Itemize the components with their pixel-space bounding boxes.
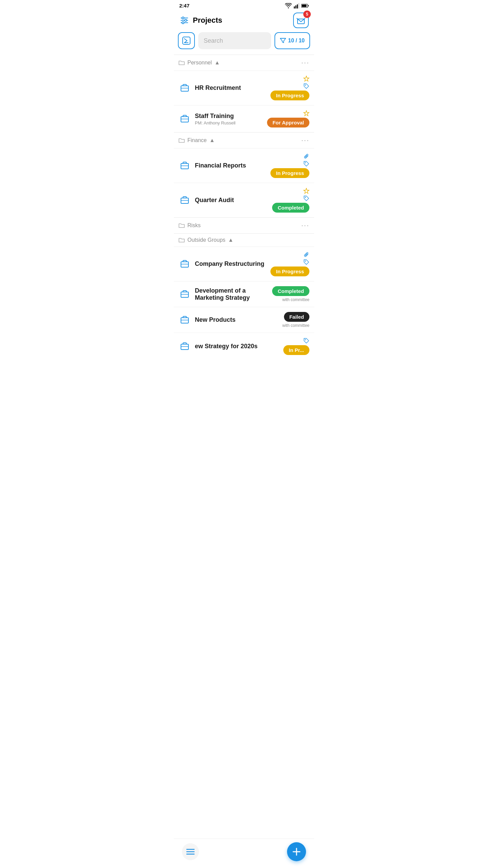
svg-point-12 bbox=[182, 22, 184, 24]
status-sub: with committee bbox=[282, 297, 309, 302]
star-icon bbox=[303, 76, 309, 82]
time: 2:47 bbox=[179, 3, 189, 8]
section-more-finance[interactable]: ··· bbox=[301, 136, 309, 145]
tag-icon bbox=[303, 338, 309, 344]
project-icon bbox=[179, 340, 191, 353]
svg-point-18 bbox=[305, 162, 306, 163]
status-bar: 2:47 bbox=[174, 0, 314, 10]
svg-rect-0 bbox=[294, 6, 295, 8]
svg-point-15 bbox=[305, 85, 306, 86]
svg-rect-19 bbox=[181, 198, 188, 203]
battery-icon bbox=[301, 4, 309, 8]
section-finance[interactable]: Finance ▲ ··· bbox=[174, 132, 314, 148]
status-badge: In Pr... bbox=[283, 345, 309, 355]
svg-rect-1 bbox=[296, 5, 297, 8]
folder-icon bbox=[179, 237, 185, 243]
svg-point-26 bbox=[305, 339, 306, 340]
project-icon bbox=[179, 194, 191, 206]
svg-point-11 bbox=[185, 19, 187, 21]
tag-icon bbox=[303, 83, 309, 89]
svg-rect-17 bbox=[181, 163, 188, 169]
funnel-icon bbox=[280, 38, 286, 44]
star-icon bbox=[303, 110, 309, 116]
section-more-risks[interactable]: ··· bbox=[301, 221, 309, 230]
project-quarter-audit[interactable]: Quarter Audit Completed bbox=[174, 183, 314, 217]
project-icon bbox=[179, 314, 191, 326]
notification-badge: 5 bbox=[303, 11, 311, 18]
section-more-personnel[interactable]: ··· bbox=[301, 58, 309, 67]
status-icons bbox=[285, 3, 309, 8]
status-sub: with committee bbox=[282, 323, 309, 328]
svg-point-20 bbox=[305, 197, 306, 198]
status-badge: Completed bbox=[272, 203, 309, 213]
notifications-button[interactable]: 5 bbox=[293, 13, 309, 28]
status-badge: Failed bbox=[284, 312, 309, 322]
svg-rect-13 bbox=[183, 37, 190, 44]
project-financial-reports[interactable]: Financial Reports In Progress bbox=[174, 148, 314, 183]
project-icon bbox=[179, 82, 191, 94]
folder-icon bbox=[179, 60, 185, 65]
svg-rect-3 bbox=[299, 3, 300, 8]
signal-icon bbox=[294, 3, 299, 8]
status-badge: For Approval bbox=[267, 118, 309, 127]
compose-button[interactable] bbox=[178, 32, 195, 49]
search-input[interactable]: Search bbox=[198, 32, 271, 49]
svg-rect-5 bbox=[302, 4, 307, 7]
status-badge: Completed bbox=[272, 286, 309, 296]
project-icon bbox=[179, 258, 191, 270]
tag-icon bbox=[303, 161, 309, 167]
svg-rect-16 bbox=[181, 117, 188, 122]
status-badge: In Progress bbox=[270, 91, 309, 100]
project-icon bbox=[179, 160, 191, 172]
project-staff-training[interactable]: Staff Training PM: Anthony Russell For A… bbox=[174, 105, 314, 132]
search-row: Search 10 / 10 bbox=[174, 32, 314, 55]
filter-count-button[interactable]: 10 / 10 bbox=[274, 32, 310, 49]
folder-icon bbox=[179, 138, 185, 143]
header: Projects 5 bbox=[174, 10, 314, 32]
tag-icon bbox=[303, 259, 309, 265]
svg-rect-25 bbox=[181, 344, 188, 350]
project-marketing-strategy[interactable]: Development of a Marketing Strategy Comp… bbox=[174, 281, 314, 307]
project-icon bbox=[179, 288, 191, 300]
svg-point-10 bbox=[182, 17, 184, 19]
svg-rect-14 bbox=[181, 86, 188, 91]
wifi-icon bbox=[285, 3, 292, 8]
filter-icon[interactable] bbox=[179, 15, 189, 25]
status-badge: In Progress bbox=[270, 168, 309, 178]
svg-rect-24 bbox=[181, 318, 188, 323]
svg-rect-21 bbox=[181, 262, 188, 267]
attachment-icon bbox=[303, 252, 309, 258]
project-new-products[interactable]: New Products Failed with committee bbox=[174, 307, 314, 333]
project-new-strategy-2020s[interactable]: ew Strategy for 2020s In Pr... bbox=[174, 333, 314, 360]
svg-rect-6 bbox=[308, 5, 309, 6]
section-risks[interactable]: Risks ··· bbox=[174, 217, 314, 233]
svg-point-22 bbox=[305, 261, 306, 262]
project-company-restructuring[interactable]: Company Restructuring In Progress bbox=[174, 246, 314, 281]
folder-icon bbox=[179, 223, 185, 228]
section-outside-groups[interactable]: Outside Groups ▲ bbox=[174, 233, 314, 246]
page-title: Projects bbox=[193, 16, 222, 25]
tag-icon bbox=[303, 195, 309, 201]
project-hr-recruitment[interactable]: HR Recruitment In Progress bbox=[174, 71, 314, 105]
svg-rect-23 bbox=[181, 292, 188, 297]
section-personnel[interactable]: Personnel ▲ ··· bbox=[174, 55, 314, 71]
star-icon bbox=[303, 188, 309, 194]
status-badge: In Progress bbox=[270, 267, 309, 276]
projects-list: Personnel ▲ ··· HR Recruitment bbox=[174, 55, 314, 390]
attachment-icon bbox=[303, 153, 309, 159]
svg-rect-2 bbox=[297, 4, 298, 8]
project-icon bbox=[179, 113, 191, 125]
